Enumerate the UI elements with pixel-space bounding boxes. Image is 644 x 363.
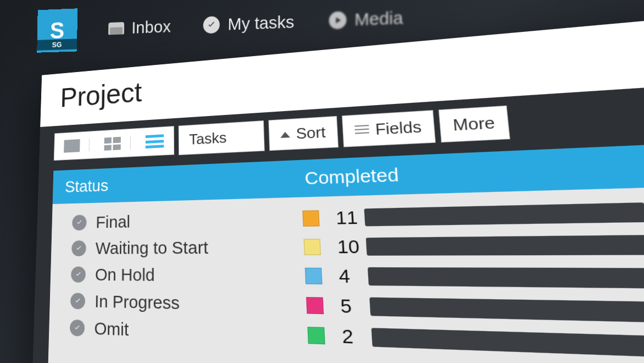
status-table: Status Completed Final 11 34% Waiting to… (48, 142, 644, 363)
status-count: 11 (319, 207, 359, 229)
checkmark-circle-icon (70, 320, 85, 337)
fields-icon (354, 124, 369, 136)
nav-mytasks-label: My tasks (227, 12, 295, 34)
tasks-dropdown[interactable]: Tasks (179, 120, 265, 155)
inbox-icon (108, 22, 124, 35)
fields-label: Fields (375, 118, 422, 139)
checkmark-circle-icon (71, 240, 86, 256)
list-view-icon (146, 134, 164, 148)
progress-bar (371, 328, 644, 357)
checkmark-circle-icon (71, 267, 86, 283)
play-circle-icon (329, 11, 346, 29)
progress-bar (366, 235, 644, 256)
color-swatch (302, 210, 319, 227)
status-label: In Progress (85, 292, 307, 317)
status-label: Final (86, 208, 303, 232)
view-list-button[interactable] (136, 134, 174, 149)
nav-inbox[interactable]: Inbox (108, 17, 171, 38)
col-status[interactable]: Status (53, 161, 291, 204)
status-count: 5 (323, 295, 364, 318)
status-label: Omit (85, 318, 308, 346)
col-completed[interactable]: Completed (289, 142, 644, 197)
nav-inbox-label: Inbox (131, 17, 171, 37)
nav-media[interactable]: Media (329, 8, 403, 30)
view-card-button[interactable] (54, 139, 90, 153)
tasks-label: Tasks (189, 129, 227, 148)
color-swatch (304, 239, 321, 255)
status-label: On Hold (85, 265, 306, 287)
view-grid-button[interactable] (95, 136, 131, 151)
color-swatch (307, 327, 325, 344)
checkmark-circle-icon (70, 293, 85, 309)
progress-bar (369, 298, 644, 323)
progress-bar (368, 267, 644, 289)
color-swatch (305, 268, 323, 284)
logo-tag: SG (37, 38, 77, 50)
checkmark-circle-icon (72, 215, 87, 230)
color-swatch (306, 297, 324, 314)
app-logo[interactable]: S SG (37, 8, 77, 52)
sort-button[interactable]: Sort (268, 116, 338, 151)
grid-view-icon (104, 137, 120, 151)
more-button[interactable]: More (438, 106, 510, 142)
nav-mytasks[interactable]: My tasks (203, 12, 295, 35)
checkmark-circle-icon (203, 16, 220, 34)
status-count: 10 (320, 236, 360, 258)
sort-label: Sort (296, 123, 326, 143)
nav-media-label: Media (354, 8, 403, 30)
fields-button[interactable]: Fields (342, 110, 436, 147)
card-view-icon (64, 139, 80, 153)
progress-bar (364, 202, 644, 226)
view-switcher (54, 126, 174, 161)
status-count: 4 (321, 265, 362, 287)
status-count: 2 (324, 324, 365, 348)
more-label: More (452, 113, 496, 135)
status-label: Waiting to Start (86, 237, 304, 258)
top-nav: S SG Inbox My tasks Media (37, 0, 403, 53)
project-panel: Project Tasks (29, 14, 644, 363)
chevron-up-icon (280, 131, 290, 138)
